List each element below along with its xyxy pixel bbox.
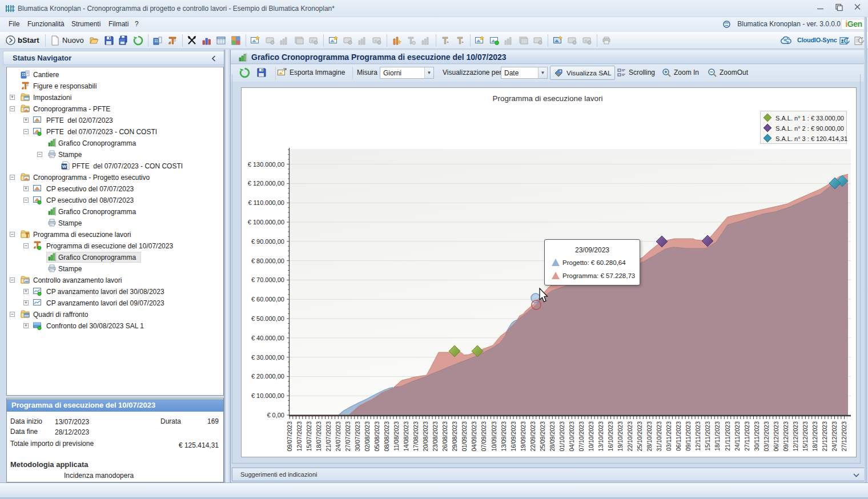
- svg-text:07/09/2023: 07/09/2023: [480, 421, 487, 452]
- svg-text:17/08/2023: 17/08/2023: [412, 421, 419, 452]
- svg-text:07/10/2023: 07/10/2023: [578, 421, 585, 452]
- svg-text:25/10/2023: 25/10/2023: [636, 421, 643, 452]
- svg-text:16/09/2023: 16/09/2023: [510, 421, 517, 452]
- svg-text:24/12/2023: 24/12/2023: [831, 421, 838, 452]
- svg-text:04/09/2023: 04/09/2023: [471, 421, 477, 452]
- svg-text:23/08/2023: 23/08/2023: [432, 421, 439, 452]
- svg-text:21/11/2023: 21/11/2023: [724, 421, 731, 451]
- svg-text:€ 0,00: € 0,00: [267, 412, 284, 418]
- svg-text:31/10/2023: 31/10/2023: [656, 421, 662, 452]
- svg-text:15/07/2023: 15/07/2023: [306, 421, 312, 452]
- svg-text:20/08/2023: 20/08/2023: [422, 421, 429, 452]
- svg-text:26/08/2023: 26/08/2023: [441, 421, 448, 452]
- svg-text:21/07/2023: 21/07/2023: [325, 421, 332, 452]
- svg-text:25/09/2023: 25/09/2023: [539, 421, 546, 452]
- svg-text:24/07/2023: 24/07/2023: [335, 421, 341, 452]
- svg-text:06/11/2023: 06/11/2023: [675, 421, 682, 451]
- svg-text:€ 80.000,00: € 80.000,00: [251, 257, 284, 264]
- svg-text:W: W: [62, 164, 67, 169]
- svg-text:19/10/2023: 19/10/2023: [617, 421, 624, 452]
- svg-text:€ 50.000,00: € 50.000,00: [251, 315, 284, 322]
- svg-text:€ 60.000,00: € 60.000,00: [251, 296, 284, 303]
- svg-text:27/12/2023: 27/12/2023: [841, 421, 847, 452]
- svg-text:05/08/2023: 05/08/2023: [373, 421, 380, 452]
- svg-text:09/11/2023: 09/11/2023: [685, 421, 692, 451]
- svg-text:27/11/2023: 27/11/2023: [744, 421, 750, 451]
- svg-text:11/08/2023: 11/08/2023: [393, 421, 400, 451]
- svg-text:€ 20.000,00: € 20.000,00: [251, 373, 284, 380]
- svg-text:04/10/2023: 04/10/2023: [568, 421, 575, 452]
- svg-text:€ 10.000,00: € 10.000,00: [251, 392, 284, 399]
- svg-text:28/10/2023: 28/10/2023: [646, 421, 653, 452]
- svg-text:30/07/2023: 30/07/2023: [354, 421, 361, 452]
- svg-text:13/10/2023: 13/10/2023: [597, 421, 604, 452]
- svg-text:10/09/2023: 10/09/2023: [491, 421, 497, 452]
- svg-text:13/09/2023: 13/09/2023: [500, 421, 507, 452]
- svg-text:06/12/2023: 06/12/2023: [773, 421, 779, 452]
- svg-text:€ 120.000,00: € 120.000,00: [248, 180, 284, 187]
- svg-text:€ 70.000,00: € 70.000,00: [251, 276, 284, 283]
- svg-text:30/11/2023: 30/11/2023: [753, 421, 760, 451]
- svg-text:14/08/2023: 14/08/2023: [403, 421, 409, 452]
- svg-text:09/07/2023: 09/07/2023: [286, 421, 293, 452]
- svg-text:09/12/2023: 09/12/2023: [782, 421, 789, 452]
- svg-text:03/12/2023: 03/12/2023: [763, 421, 770, 452]
- svg-text:03/11/2023: 03/11/2023: [665, 421, 672, 451]
- svg-text:08/08/2023: 08/08/2023: [383, 421, 390, 452]
- svg-text:18/12/2023: 18/12/2023: [811, 421, 818, 452]
- svg-text:Programma di esecuzione lavori: Programma di esecuzione lavori: [493, 94, 603, 103]
- svg-text:12/11/2023: 12/11/2023: [694, 421, 701, 451]
- svg-text:27/07/2023: 27/07/2023: [344, 421, 351, 452]
- svg-text:01/09/2023: 01/09/2023: [461, 421, 468, 452]
- svg-text:€ 110.000,00: € 110.000,00: [248, 199, 284, 206]
- svg-text:12/07/2023: 12/07/2023: [296, 421, 303, 452]
- svg-text:02/08/2023: 02/08/2023: [364, 421, 371, 452]
- svg-text:29/08/2023: 29/08/2023: [451, 421, 458, 452]
- svg-text:16/10/2023: 16/10/2023: [607, 421, 614, 452]
- svg-text:24/11/2023: 24/11/2023: [734, 421, 741, 451]
- svg-text:12/12/2023: 12/12/2023: [792, 421, 799, 452]
- svg-text:15/11/2023: 15/11/2023: [704, 421, 711, 451]
- svg-text:€ 90.000,00: € 90.000,00: [251, 238, 284, 245]
- svg-text:€ 100.000,00: € 100.000,00: [248, 219, 284, 226]
- svg-text:18/11/2023: 18/11/2023: [714, 421, 721, 451]
- svg-text:22/10/2023: 22/10/2023: [626, 421, 633, 452]
- svg-text:22/09/2023: 22/09/2023: [529, 421, 536, 452]
- svg-text:€ 130.000,00: € 130.000,00: [248, 161, 284, 168]
- svg-text:28/09/2023: 28/09/2023: [549, 421, 556, 452]
- svg-text:10/10/2023: 10/10/2023: [588, 421, 594, 452]
- svg-text:18/07/2023: 18/07/2023: [315, 421, 322, 452]
- svg-text:15/12/2023: 15/12/2023: [802, 421, 809, 452]
- svg-text:19/09/2023: 19/09/2023: [520, 421, 527, 452]
- svg-text:€ 40.000,00: € 40.000,00: [251, 335, 284, 341]
- svg-text:21/12/2023: 21/12/2023: [821, 421, 828, 452]
- svg-text:€ 30.000,00: € 30.000,00: [251, 354, 284, 361]
- svg-text:01/10/2023: 01/10/2023: [558, 421, 565, 452]
